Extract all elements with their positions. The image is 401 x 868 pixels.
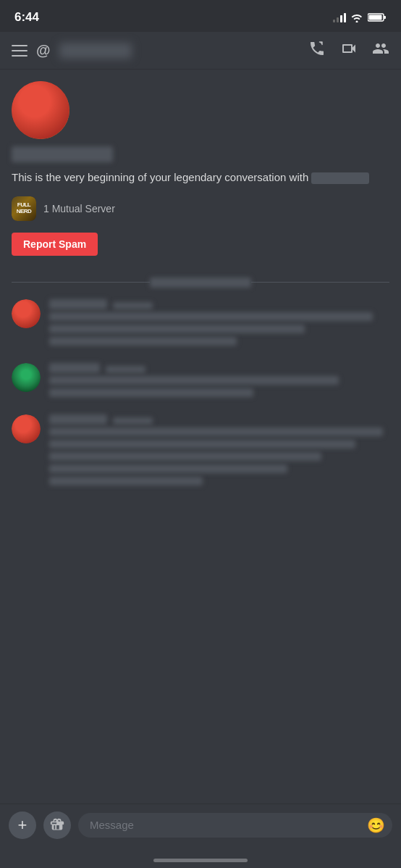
home-indicator (153, 859, 248, 862)
user-avatar (12, 81, 69, 139)
message-text-line (49, 376, 339, 385)
message-text-line (49, 312, 373, 321)
message-header (49, 363, 389, 373)
wifi-icon (350, 12, 363, 22)
battery-icon (368, 12, 387, 22)
message-text-line (49, 427, 383, 436)
status-icons (333, 12, 387, 22)
profile-section: This is the very beginning of your legen… (0, 70, 401, 270)
server-icon: FULLNERD (12, 196, 36, 221)
status-time: 6:44 (14, 10, 39, 25)
channel-username (59, 43, 132, 59)
message-content (49, 414, 389, 488)
message-author (49, 299, 107, 309)
message-text-line (49, 452, 321, 461)
message-timestamp (113, 417, 153, 425)
message-avatar (12, 363, 41, 392)
video-call-icon[interactable] (340, 40, 358, 62)
message-text-line (49, 440, 355, 448)
divider-line-right (251, 282, 389, 283)
divider-line-left (12, 282, 150, 283)
status-bar: 6:44 (0, 0, 401, 32)
phone-call-icon[interactable] (308, 40, 326, 62)
message-text-line (49, 464, 287, 473)
mentioned-username (311, 172, 369, 184)
server-icon-image: FULLNERD (12, 196, 36, 221)
message-text-line (49, 388, 253, 397)
message-author (49, 414, 107, 425)
message-avatar (12, 299, 41, 328)
message-avatar (12, 414, 41, 443)
signal-icon (333, 12, 346, 22)
emoji-button[interactable]: 😊 (367, 817, 385, 834)
nav-bar: @ (0, 32, 401, 70)
date-divider (0, 277, 401, 288)
at-icon: @ (36, 42, 51, 59)
members-icon[interactable] (372, 40, 389, 62)
message-content (49, 363, 389, 400)
profile-username (12, 146, 113, 162)
message-content (49, 299, 389, 349)
input-bar: + 😊 (0, 804, 401, 846)
date-label (150, 277, 251, 288)
message-author (49, 363, 100, 373)
hamburger-menu-icon[interactable] (12, 45, 28, 57)
message-text-line (49, 337, 237, 346)
message-timestamp (113, 302, 153, 309)
message-item (12, 414, 389, 488)
mutual-server: FULLNERD 1 Mutual Server (12, 196, 389, 221)
message-header (49, 414, 389, 425)
message-text-line (49, 477, 203, 485)
nav-right (308, 40, 389, 62)
nav-left: @ (12, 42, 300, 59)
svg-rect-1 (384, 16, 386, 19)
mutual-server-text: 1 Mutual Server (43, 203, 115, 214)
report-spam-button[interactable]: Report Spam (12, 233, 98, 256)
intro-text: This is the very beginning of your legen… (12, 170, 389, 186)
message-item (12, 363, 389, 400)
gift-button[interactable] (43, 811, 71, 839)
svg-rect-2 (369, 15, 382, 20)
message-item (12, 299, 389, 349)
message-text-line (49, 325, 305, 333)
messages-area (0, 299, 401, 488)
message-input[interactable] (90, 819, 362, 831)
add-attachment-button[interactable]: + (9, 811, 36, 839)
message-timestamp (106, 366, 145, 373)
message-input-wrap: 😊 (78, 813, 392, 838)
message-header (49, 299, 389, 309)
